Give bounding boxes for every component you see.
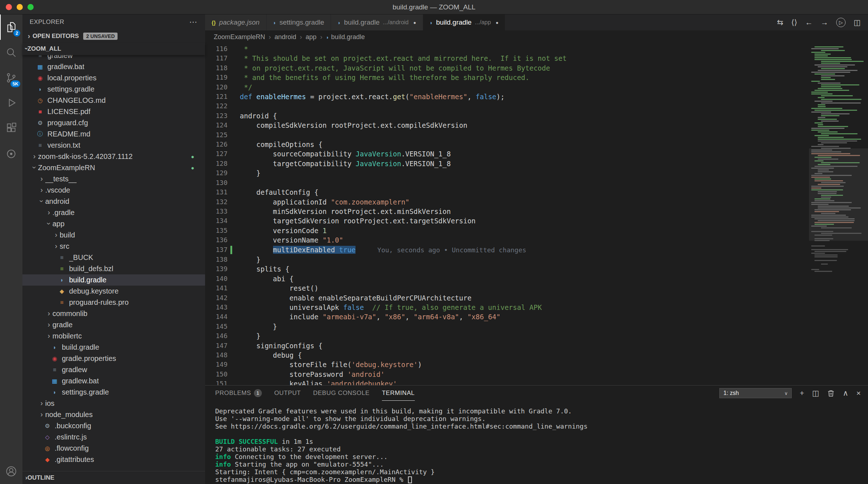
window-title: build.gradle — ZOOM_ALL [392, 3, 475, 11]
tree-item-changelog-md[interactable]: ◷CHANGELOG.md [22, 95, 205, 106]
tree-item-license-pdf[interactable]: ■LICENSE.pdf [22, 106, 205, 117]
code-token: abi { [240, 275, 294, 283]
tab-build-gradle-android[interactable]: ◗build.gradle.../android● [331, 14, 423, 30]
tree-item-gradlew[interactable]: ≡gradlew [22, 364, 205, 375]
breadcrumb-item-zoomexamplern[interactable]: ZoomExampleRN [214, 33, 265, 41]
tab-package-json[interactable]: {}package.json [205, 14, 267, 30]
tree-folder-commonlib[interactable]: ›commonlib [22, 308, 205, 319]
tree-item-gitattributes[interactable]: ◆.gitattributes [22, 454, 205, 465]
tree-folder-gradle[interactable]: ›.gradle [22, 207, 205, 218]
chevron-right-icon[interactable]: › [52, 231, 60, 239]
tree-folder-zoomexamplern[interactable]: ›ZoomExampleRN● [22, 162, 205, 173]
terminal-shell-select[interactable]: 1: zsh ∨ [719, 388, 792, 398]
tree-item-proguard-cfg[interactable]: ⚙proguard.cfg [22, 117, 205, 129]
run-icon[interactable]: ▷ [836, 18, 846, 27]
breadcrumb-item-build-gradle[interactable]: ◗build.gradle [326, 33, 365, 41]
kill-terminal-icon[interactable] [827, 390, 835, 397]
chevron-down-icon[interactable]: › [30, 164, 39, 171]
minimap[interactable] [809, 43, 868, 385]
tree-item-buckconfig[interactable]: ⚙.buckconfig [22, 420, 205, 432]
terminal[interactable]: Deprecated Gradle features were used in … [205, 401, 868, 484]
compare-changes-icon[interactable]: ⇆ [777, 18, 783, 27]
chevron-right-icon[interactable]: › [45, 332, 52, 340]
chevron-right-icon[interactable]: › [45, 309, 52, 317]
tree-item-settings-gradle[interactable]: ◗settings.gradle [22, 84, 205, 95]
chevron-right-icon[interactable]: › [38, 399, 45, 407]
close-window-button[interactable] [6, 4, 12, 10]
file-type-icon-java-red: ◉ [36, 75, 44, 81]
chevron-right-icon[interactable]: › [38, 186, 45, 194]
tree-folder-zoom-sdk-ios-5-2-42037-1112[interactable]: ›zoom-sdk-ios-5.2.42037.1112● [22, 151, 205, 162]
tree-folder-src[interactable]: ›src [22, 241, 205, 252]
chevron-right-icon[interactable]: › [45, 320, 52, 329]
tree-folder-app[interactable]: ›app [22, 218, 205, 230]
chevron-down-icon[interactable]: › [38, 198, 46, 205]
chevron-right-icon[interactable]: › [31, 152, 38, 160]
terminal-text: info [215, 460, 231, 468]
tree-item-buck[interactable]: ≡_BUCK [22, 252, 205, 263]
tree-item-version-txt[interactable]: ≡version.txt [22, 140, 205, 151]
minimize-window-button[interactable] [17, 4, 23, 10]
breadcrumb-item-app[interactable]: app [306, 33, 316, 41]
close-panel-icon[interactable]: × [856, 389, 861, 397]
tree-item-gradle-properties[interactable]: ◉gradle.properties [22, 353, 205, 364]
activity-search-button[interactable] [0, 40, 22, 65]
activity-remote-explorer-button[interactable] [0, 141, 22, 167]
tree-item-gradlew-bat[interactable]: ▦gradlew.bat [22, 61, 205, 72]
tree-item-build-defs-bzl[interactable]: ≡build_defs.bzl [22, 263, 205, 274]
tree-folder-ios[interactable]: ›ios [22, 398, 205, 409]
tree-item-readme-md[interactable]: ⓘREADME.md [22, 129, 205, 140]
tree-folder-build[interactable]: ›build [22, 230, 205, 241]
chevron-down-icon[interactable]: › [45, 220, 53, 227]
more-actions-icon[interactable]: ⋯ [189, 17, 198, 27]
tab-build-gradle-app[interactable]: ◗build.gradle.../app● [423, 14, 506, 30]
root-folder-header[interactable]: › ZOOM_ALL [22, 43, 205, 55]
activity-source-control-button[interactable]: 5K [0, 65, 22, 91]
modified-dot-icon[interactable]: ● [495, 20, 498, 25]
panel-tab-debug-console[interactable]: DEBUG CONSOLE [313, 386, 370, 401]
modified-dot-icon[interactable]: ● [413, 20, 416, 25]
maximize-panel-icon[interactable]: ∧ [843, 389, 848, 397]
tab-settings-gradle[interactable]: ◗settings.gradle [267, 14, 331, 30]
panel-tab-terminal[interactable]: TERMINAL [382, 386, 415, 401]
chevron-right-icon[interactable]: › [38, 410, 45, 418]
tree-item-settings-gradle[interactable]: ◗settings.gradle [22, 387, 205, 398]
chevron-right-icon[interactable]: › [45, 208, 52, 216]
open-editors-section[interactable]: › OPEN EDITORS 2 UNSAVED [22, 30, 205, 43]
tree-item-build-gradle[interactable]: ◗build.gradle [22, 342, 205, 353]
go-back-icon[interactable]: ← [805, 18, 813, 27]
split-editor-icon[interactable]: ◫ [854, 18, 861, 27]
minimap-slider[interactable] [809, 148, 868, 241]
tree-item-debug-keystore[interactable]: ◆debug.keystore [22, 286, 205, 297]
tree-folder-gradle[interactable]: ›gradle [22, 319, 205, 331]
tree-folder-node-modules[interactable]: ›node_modules [22, 409, 205, 420]
panel-tab-problems[interactable]: PROBLEMS1 [215, 386, 262, 401]
outline-section[interactable]: › OUTLINE [22, 471, 205, 484]
code-editor[interactable]: 116 *117 * This should be set on project… [205, 43, 809, 385]
tree-item-eslintrc-js[interactable]: ◇.eslintrc.js [22, 432, 205, 443]
tree-folder-tests[interactable]: ›__tests__ [22, 173, 205, 185]
activity-account-button[interactable] [0, 459, 22, 484]
go-forward-icon[interactable]: → [821, 18, 828, 27]
new-terminal-icon[interactable]: + [800, 389, 804, 397]
chevron-right-icon[interactable]: › [38, 174, 45, 183]
breadcrumb-item-android[interactable]: android [275, 33, 296, 41]
tree-item-flowconfig[interactable]: ◎.flowconfig [22, 443, 205, 454]
tree-item-gradlew[interactable]: ≡gradlew [22, 55, 205, 61]
panel-tab-output[interactable]: OUTPUT [274, 386, 301, 401]
tree-item-proguard-rules-pro[interactable]: ≡proguard-rules.pro [22, 297, 205, 308]
activity-explorer-button[interactable]: 2 [0, 14, 22, 40]
activity-extensions-button[interactable] [0, 116, 22, 141]
zoom-window-button[interactable] [27, 4, 34, 10]
tree-item-build-gradle[interactable]: ◗build.gradle [22, 274, 205, 286]
tree-item-local-properties[interactable]: ◉local.properties [22, 72, 205, 84]
split-terminal-icon[interactable]: ◫ [812, 389, 820, 397]
activity-run-debug-button[interactable] [0, 91, 22, 116]
chevron-right-icon[interactable]: › [52, 242, 60, 250]
tree-item-gradlew-bat[interactable]: ▦gradlew.bat [22, 375, 205, 387]
terminal-text: See https://docs.gradle.org/6.2/userguid… [215, 422, 588, 430]
tree-folder-android[interactable]: ›android [22, 196, 205, 207]
tree-folder-mobilertc[interactable]: ›mobilertc [22, 331, 205, 342]
inline-view-icon[interactable]: ⟨⟩ [791, 18, 797, 27]
tree-folder-vscode[interactable]: ›.vscode [22, 185, 205, 196]
